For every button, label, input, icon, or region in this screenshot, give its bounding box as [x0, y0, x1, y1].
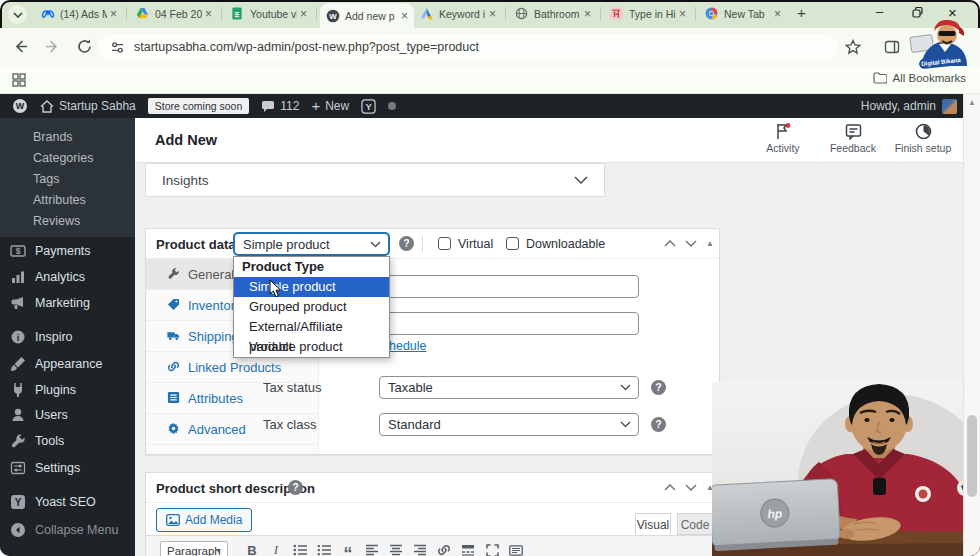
tab-bathroom[interactable]: Bathroom ×	[509, 3, 597, 25]
sidebar-item-payments[interactable]: $ Payments	[0, 238, 135, 264]
sidebar-item-inspiro[interactable]: i Inspiro	[0, 324, 135, 350]
url-bar[interactable]: startupsabha.com/wp-admin/post-new.php?p…	[98, 34, 838, 60]
sidebar-item-tags[interactable]: Tags	[0, 169, 135, 190]
schedule-link[interactable]: hedule	[389, 339, 427, 353]
new-tab-button[interactable]: +	[797, 4, 806, 21]
help-tip-icon[interactable]: ?	[399, 236, 414, 251]
scrollbar[interactable]: ▲	[963, 94, 980, 556]
wp-logo-menu[interactable]: W	[12, 98, 28, 114]
tax-class-select[interactable]: Standard	[379, 413, 639, 436]
align-right-button[interactable]	[408, 540, 432, 556]
option-simple-product[interactable]: Simple product	[234, 277, 389, 297]
numbered-list-button[interactable]	[312, 540, 336, 556]
tab-code[interactable]: Code	[677, 513, 713, 535]
chevron-down-icon[interactable]	[574, 176, 588, 184]
tax-status-select[interactable]: Taxable	[379, 376, 639, 399]
tab-new-tab[interactable]: New Tab ×	[699, 3, 787, 25]
help-tip-icon[interactable]: ?	[288, 480, 303, 495]
option-variable-product[interactable]: Variable product	[234, 337, 389, 357]
forward-button[interactable]	[44, 38, 62, 56]
sidebar-item-analytics[interactable]: Analytics	[0, 264, 135, 290]
new-content-menu[interactable]: + New	[311, 99, 349, 113]
tab-sheets[interactable]: Youtube vi ×	[225, 3, 313, 25]
profile-avatar[interactable]: Digital Bikana	[908, 20, 972, 70]
site-name-menu[interactable]: Startup Sabha	[40, 99, 136, 113]
store-coming-soon-badge[interactable]: Store coming soon	[148, 98, 250, 114]
help-tip-icon[interactable]: ?	[651, 417, 666, 432]
option-grouped-product[interactable]: Grouped product	[234, 297, 389, 317]
my-account-menu[interactable]: Howdy, admin	[861, 99, 957, 114]
italic-button[interactable]: I	[264, 540, 288, 556]
regular-price-input[interactable]	[379, 275, 639, 298]
tab-close-icon[interactable]: ×	[679, 8, 686, 20]
comments-menu[interactable]: 112	[261, 99, 299, 113]
paragraph-select[interactable]: Paragraph ▼	[160, 541, 228, 556]
apps-grid-icon[interactable]	[12, 73, 26, 87]
activity-button[interactable]: Activity	[755, 123, 811, 154]
window-restore-button[interactable]	[912, 7, 923, 18]
sidebar-item-marketing[interactable]: Marketing	[0, 290, 135, 316]
insert-link-button[interactable]	[432, 540, 456, 556]
tab-close-icon[interactable]: ×	[300, 8, 307, 20]
sidebar-item-categories[interactable]: Categories	[0, 148, 135, 169]
align-left-button[interactable]	[360, 540, 384, 556]
move-up-icon[interactable]	[664, 484, 676, 491]
activity-flag-icon	[775, 123, 791, 140]
tab-close-icon[interactable]: ×	[205, 8, 212, 20]
tab-keyword[interactable]: Keyword i ×	[414, 3, 502, 25]
move-down-icon[interactable]	[685, 484, 697, 491]
sidebar-item-brands[interactable]: Brands	[0, 127, 135, 148]
blockquote-button[interactable]: “	[336, 540, 360, 556]
scroll-up-icon[interactable]: ▲	[968, 98, 976, 107]
window-minimize-button[interactable]: –	[876, 4, 883, 19]
bulleted-list-button[interactable]	[288, 540, 312, 556]
sale-price-input[interactable]	[379, 312, 639, 335]
sidebar-item-settings[interactable]: Settings	[0, 455, 135, 481]
side-panel-icon[interactable]	[884, 39, 902, 57]
downloadable-checkbox[interactable]	[506, 237, 519, 250]
window-close-button[interactable]: ×	[948, 4, 957, 21]
tab-type-in-hindi[interactable]: Type in Hi ×	[604, 3, 692, 25]
insert-more-tag-button[interactable]	[456, 540, 480, 556]
product-type-select[interactable]: Simple product	[234, 233, 389, 255]
tab-close-icon[interactable]: ×	[110, 8, 117, 20]
yoast-menu[interactable]: Y	[361, 99, 376, 114]
help-tip-icon[interactable]: ?	[651, 380, 666, 395]
scrollbar-thumb[interactable]	[967, 415, 977, 497]
back-button[interactable]	[12, 38, 30, 56]
tab-close-icon[interactable]: ×	[489, 8, 496, 20]
tab-visual[interactable]: Visual	[635, 513, 671, 535]
insights-panel[interactable]: Insights	[145, 163, 605, 197]
toolbar-toggle-button[interactable]	[504, 540, 528, 556]
tab-search-button[interactable]	[8, 5, 27, 24]
finish-setup-button[interactable]: Finish setup	[895, 123, 951, 154]
bookmark-star-icon[interactable]	[845, 39, 863, 57]
sidebar-item-reviews[interactable]: Reviews	[0, 211, 135, 232]
virtual-checkbox[interactable]	[438, 237, 451, 250]
all-bookmarks-button[interactable]: All Bookmarks	[873, 72, 967, 84]
sidebar-item-appearance[interactable]: Appearance	[0, 351, 135, 377]
feedback-button[interactable]: Feedback	[825, 123, 881, 154]
sidebar-item-yoast-seo[interactable]: Y Yoast SEO	[0, 489, 135, 515]
tab-close-icon[interactable]: ×	[774, 8, 781, 20]
tab-add-new-product[interactable]: W Add new p ×	[320, 3, 414, 28]
align-center-button[interactable]	[384, 540, 408, 556]
fullscreen-button[interactable]	[480, 540, 504, 556]
toggle-panel-icon[interactable]: ▲	[706, 239, 714, 248]
tab-ads-manager[interactable]: (14) Ads M ×	[35, 3, 123, 25]
sidebar-item-tools[interactable]: Tools	[0, 428, 135, 454]
site-info-icon[interactable]	[110, 40, 125, 55]
bold-button[interactable]: B	[240, 540, 264, 556]
tab-close-icon[interactable]: ×	[584, 8, 591, 20]
sidebar-item-attributes[interactable]: Attributes	[0, 190, 135, 211]
sidebar-item-users[interactable]: Users	[0, 402, 135, 428]
tab-close-icon[interactable]: ×	[401, 10, 408, 22]
move-down-icon[interactable]	[685, 240, 697, 247]
reload-button[interactable]	[76, 38, 94, 56]
sidebar-item-plugins[interactable]: Plugins	[0, 377, 135, 403]
add-media-button[interactable]: Add Media	[156, 508, 252, 532]
move-up-icon[interactable]	[664, 240, 676, 247]
collapse-menu-button[interactable]: Collapse Menu	[0, 517, 135, 543]
option-external-affiliate-product[interactable]: External/Affiliate product	[234, 317, 389, 337]
tab-drive[interactable]: 04 Feb 202 ×	[130, 3, 218, 25]
